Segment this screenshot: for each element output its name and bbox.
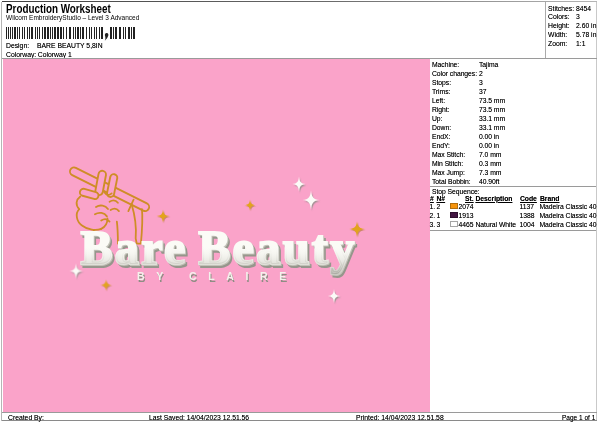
svg-text:BY CLAIRE: BY CLAIRE (137, 270, 298, 282)
svg-text:Bare Beauty: Bare Beauty (80, 221, 356, 274)
